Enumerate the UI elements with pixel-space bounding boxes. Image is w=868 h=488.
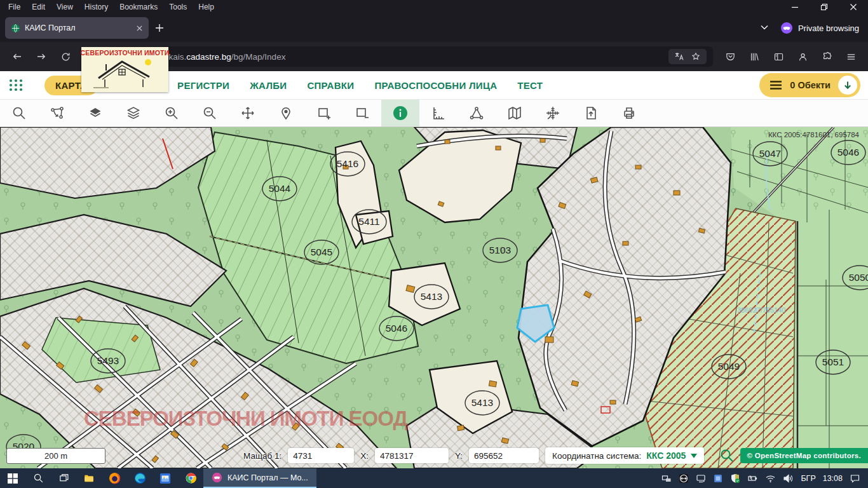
private-browsing-badge: Private browsing [780, 22, 859, 34]
clock[interactable]: 13:08 [823, 474, 843, 483]
scale-input[interactable] [288, 448, 354, 463]
nav-zhalbi[interactable]: ЖАЛБИ [250, 80, 287, 91]
tool-measure-area-icon[interactable] [458, 100, 496, 126]
restore-button[interactable] [810, 0, 839, 14]
taskbar-active-window[interactable]: КАИС Портал — Mo... [203, 468, 316, 488]
map-container: 386927/755140 [0, 127, 868, 468]
library-icon[interactable] [743, 46, 765, 67]
taskbar-search-icon[interactable] [25, 468, 51, 488]
menu-bookmarks[interactable]: Bookmarks [114, 0, 163, 14]
tool-select-rect-subtract-icon[interactable] [343, 100, 381, 126]
company-logo-house-icon [87, 57, 163, 90]
defender-icon[interactable] [730, 473, 740, 484]
apps-grid-icon[interactable] [8, 77, 24, 93]
firefox-icon[interactable] [102, 468, 127, 488]
app-menu-hamburger-icon[interactable] [840, 46, 862, 67]
x-label: X: [360, 451, 369, 461]
blue-app-icon[interactable] [153, 468, 178, 488]
back-button[interactable] [6, 46, 28, 67]
nav-spravki[interactable]: СПРАВКИ [307, 80, 354, 91]
list-tabs-chevron-icon[interactable] [760, 23, 769, 34]
tool-coordinates-icon[interactable] [534, 100, 572, 126]
translate-icon[interactable] [674, 51, 684, 62]
faint-ref-label: 386927/755140 [737, 306, 785, 314]
nav-test[interactable]: ТЕСТ [517, 80, 543, 91]
crs-value: ККС 2005 [646, 451, 686, 461]
tab-kais-portal[interactable]: КАИС Портал [5, 17, 149, 39]
app-window-icon[interactable] [713, 473, 723, 484]
objects-count-label: 0 Обекти [790, 80, 831, 90]
parcel-label: 5046 [386, 323, 407, 334]
coordinates-search-button[interactable] [719, 448, 735, 463]
dropdown-caret-icon[interactable] [691, 454, 697, 458]
coordinate-system-selector[interactable]: Координатна система: ККС 2005 [545, 447, 704, 464]
cast-screen-icon[interactable] [696, 473, 706, 484]
x-coordinate-input[interactable] [375, 448, 449, 463]
objects-expand-button[interactable] [838, 76, 857, 95]
desktop: File Edit View History Bookmarks Tools H… [0, 0, 868, 488]
url-bar[interactable]: https://kais.cadastre.bg/bg/Map/Index [107, 46, 713, 67]
forward-button[interactable] [31, 46, 52, 67]
notification-icon[interactable] [850, 473, 860, 484]
close-window-button[interactable] [839, 0, 868, 14]
power-icon[interactable] [747, 473, 758, 484]
reload-button[interactable] [55, 46, 76, 67]
private-browsing-label: Private browsing [798, 24, 859, 33]
osm-attribution[interactable]: © OpenStreetMap contributors. [740, 448, 868, 463]
parcel-label: 5049 [718, 361, 740, 372]
tool-export-icon[interactable] [572, 100, 610, 126]
new-tab-button[interactable] [155, 24, 164, 32]
company-logo-overlay: СЕВЕРОИЗТОЧНИ ИМОТИ [81, 47, 168, 92]
active-window-title: КАИС Портал — Mo... [227, 473, 308, 482]
tool-layers-active-icon[interactable] [76, 100, 114, 126]
y-coordinate-input[interactable] [469, 448, 539, 463]
menu-view[interactable]: View [51, 0, 79, 14]
tool-location-pin-icon[interactable] [267, 100, 305, 126]
edge-icon[interactable] [127, 468, 153, 488]
tool-layers-icon[interactable] [114, 100, 153, 126]
menu-file[interactable]: File [3, 0, 26, 14]
nav-pravosposobni-litsa[interactable]: ПРАВОСПОСОБНИ ЛИЦА [374, 80, 497, 91]
tool-zoom-out-icon[interactable] [191, 100, 229, 126]
sidebar-icon[interactable] [768, 46, 789, 67]
tab-favicon-icon [11, 24, 20, 33]
tool-measure-distance-icon[interactable] [419, 100, 458, 126]
tool-map-sheets-icon[interactable] [496, 100, 534, 126]
account-icon[interactable] [792, 46, 813, 67]
cursor-coordinates-label: ККС 2005:4781601, 695784 [768, 131, 860, 139]
tab-close-icon[interactable] [136, 25, 143, 32]
map-status-bar: Мащаб 1: X: Y: Координатна система: ККС … [243, 447, 735, 464]
tool-info-icon[interactable] [381, 100, 419, 126]
menu-history[interactable]: History [79, 0, 114, 14]
tool-zoom-in-icon[interactable] [153, 100, 191, 126]
minimize-button[interactable] [780, 0, 810, 14]
crs-label: Координатна система: [552, 451, 641, 461]
bookmark-star-icon[interactable] [691, 51, 701, 62]
chrome-icon[interactable] [178, 468, 203, 488]
map-canvas[interactable]: 386927/755140 [0, 127, 868, 468]
parcel-label: 5045 [311, 247, 332, 257]
tab-bar: КАИС Портал Private browsing [0, 14, 868, 42]
objects-button[interactable]: 0 Обекти [759, 73, 860, 97]
language-indicator[interactable]: БГР [801, 474, 815, 483]
parcel-label: 5047 [759, 148, 781, 159]
menu-help[interactable]: Help [193, 0, 220, 14]
start-button[interactable] [0, 468, 25, 488]
extensions-puzzle-icon[interactable] [816, 46, 837, 67]
menu-tools[interactable]: Tools [163, 0, 193, 14]
teamviewer-icon[interactable] [679, 473, 689, 484]
tool-print-icon[interactable] [610, 100, 648, 126]
menu-edit[interactable]: Edit [26, 0, 51, 14]
scale-bar: 200 m [6, 448, 105, 464]
volume-icon[interactable] [783, 473, 794, 484]
usb-device-icon[interactable] [661, 473, 672, 484]
tool-select-rect-add-icon[interactable] [305, 100, 343, 126]
tool-search-icon[interactable] [0, 100, 38, 126]
nav-registri[interactable]: РЕГИСТРИ [177, 80, 229, 91]
task-view-icon[interactable] [51, 468, 76, 488]
file-explorer-icon[interactable] [76, 468, 102, 488]
tool-pan-icon[interactable] [229, 100, 267, 126]
wifi-icon[interactable] [765, 473, 776, 484]
tool-select-features-icon[interactable] [38, 100, 76, 126]
pocket-icon[interactable] [719, 46, 741, 67]
